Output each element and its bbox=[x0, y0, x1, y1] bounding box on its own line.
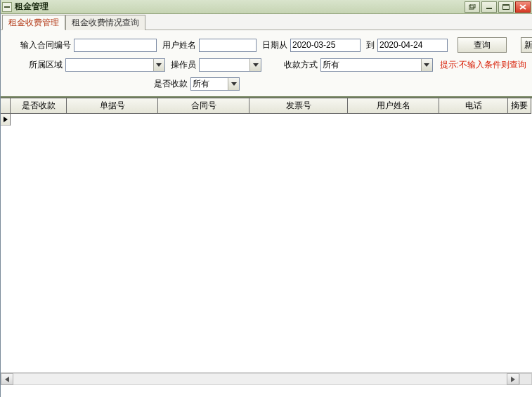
column-header[interactable]: 单据号 bbox=[67, 98, 158, 114]
triangle-left-icon bbox=[5, 377, 9, 382]
svg-marker-13 bbox=[511, 377, 515, 382]
restore-down-button[interactable] bbox=[465, 1, 480, 13]
horizontal-scrollbar[interactable] bbox=[1, 372, 532, 385]
operator-select[interactable] bbox=[199, 58, 262, 72]
user-name-input[interactable] bbox=[199, 39, 257, 52]
svg-marker-8 bbox=[253, 63, 259, 67]
triangle-right-icon bbox=[511, 377, 515, 382]
chevron-down-icon bbox=[153, 59, 164, 71]
svg-marker-12 bbox=[5, 377, 9, 382]
svg-marker-9 bbox=[424, 63, 429, 67]
pay-method-select[interactable]: 所有 bbox=[320, 58, 432, 72]
app-window: 租金管理 租金收费管理 租金收费情况查询 输入合同编号 用户姓名 日期从 到 bbox=[0, 0, 532, 397]
data-grid: 是否收款单据号合同号发票号用户姓名电话摘要 bbox=[1, 98, 532, 372]
date-to-label: 到 bbox=[366, 39, 375, 51]
title-bar: 租金管理 bbox=[1, 0, 532, 14]
tab-label: 租金收费情况查询 bbox=[72, 17, 139, 29]
column-header[interactable]: 是否收款 bbox=[11, 98, 67, 114]
tab-label: 租金收费管理 bbox=[8, 17, 59, 29]
chevron-down-icon bbox=[249, 59, 261, 71]
scroll-track[interactable] bbox=[13, 373, 507, 385]
column-header[interactable]: 电话 bbox=[439, 98, 508, 114]
filter-panel: 输入合同编号 用户姓名 日期从 到 查询 新 所属区域 操作员 收款方式 bbox=[1, 30, 532, 98]
date-to-input[interactable] bbox=[377, 39, 448, 52]
region-label: 所属区域 bbox=[29, 59, 63, 71]
operator-label: 操作员 bbox=[171, 59, 196, 71]
minimize-icon bbox=[486, 4, 493, 10]
maximize-button[interactable] bbox=[498, 1, 514, 13]
maximize-icon bbox=[502, 4, 510, 10]
window-title: 租金管理 bbox=[15, 1, 48, 13]
collected-select[interactable]: 所有 bbox=[190, 77, 240, 91]
close-button[interactable] bbox=[515, 1, 531, 13]
restore-icon bbox=[469, 4, 476, 10]
region-select[interactable] bbox=[65, 58, 165, 72]
new-button[interactable]: 新 bbox=[521, 37, 532, 53]
svg-marker-7 bbox=[156, 63, 162, 67]
contract-no-input[interactable] bbox=[74, 39, 157, 52]
scroll-right-button[interactable] bbox=[507, 373, 519, 385]
minimize-button[interactable] bbox=[481, 1, 497, 13]
grid-header: 是否收款单据号合同号发票号用户姓名电话摘要 bbox=[1, 98, 532, 114]
tab-rent-charge-query[interactable]: 租金收费情况查询 bbox=[65, 15, 145, 30]
system-menu-icon[interactable] bbox=[2, 2, 12, 12]
scroll-left-button[interactable] bbox=[1, 373, 13, 385]
row-pointer-icon bbox=[4, 117, 8, 122]
column-header[interactable]: 发票号 bbox=[249, 98, 348, 114]
chevron-down-icon bbox=[421, 59, 432, 71]
collected-label: 是否收款 bbox=[154, 78, 188, 90]
query-button[interactable]: 查询 bbox=[458, 37, 507, 53]
column-header[interactable]: 合同号 bbox=[158, 98, 249, 114]
svg-marker-11 bbox=[4, 117, 8, 122]
date-from-label: 日期从 bbox=[262, 39, 287, 51]
close-icon bbox=[519, 4, 526, 10]
grid-body[interactable] bbox=[1, 114, 532, 372]
date-from-input[interactable] bbox=[290, 39, 361, 52]
pay-method-label: 收款方式 bbox=[284, 59, 318, 71]
tab-strip: 租金收费管理 租金收费情况查询 bbox=[1, 14, 532, 30]
size-grip[interactable] bbox=[519, 373, 532, 385]
user-name-label: 用户姓名 bbox=[162, 39, 196, 51]
current-row-marker[interactable] bbox=[1, 114, 11, 126]
column-header[interactable]: 用户姓名 bbox=[348, 98, 439, 114]
chevron-down-icon bbox=[228, 78, 239, 90]
column-header[interactable]: 摘要 bbox=[508, 98, 531, 114]
filter-hint: 提示:不输入条件则查询 bbox=[440, 59, 526, 71]
row-selector-header[interactable] bbox=[1, 98, 11, 114]
svg-marker-10 bbox=[231, 82, 237, 86]
tab-rent-charge-manage[interactable]: 租金收费管理 bbox=[2, 15, 65, 30]
contract-no-label: 输入合同编号 bbox=[20, 39, 71, 51]
